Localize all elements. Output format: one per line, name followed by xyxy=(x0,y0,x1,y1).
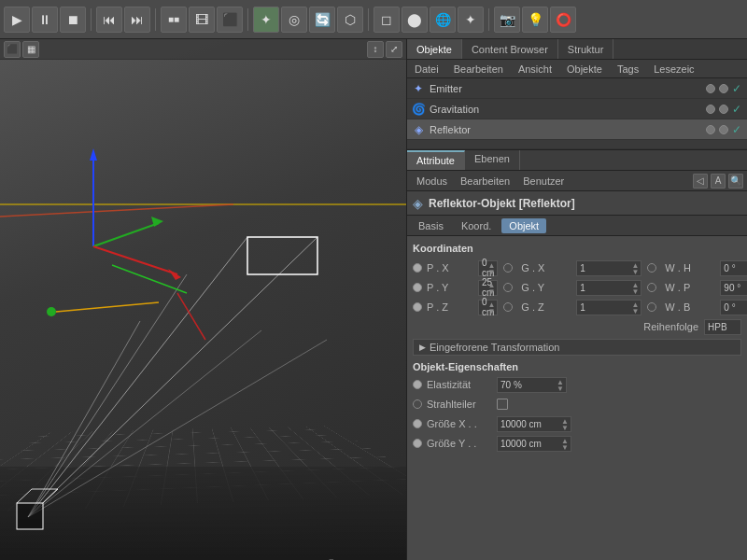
frozen-btn[interactable]: ▶ Eingefrorene Transformation xyxy=(413,339,741,356)
strahteiler-label: Strahlteiler xyxy=(427,399,497,410)
vp-icon-2[interactable]: ▦ xyxy=(22,41,39,58)
gravitation-dot2[interactable] xyxy=(719,105,728,114)
wh-input[interactable]: 0 ° ▲▼ xyxy=(720,260,747,276)
toolbar-icon-18[interactable]: 💡 xyxy=(522,7,548,33)
toolbar-icon-2[interactable]: ⏸ xyxy=(32,7,58,33)
toolbar-icon-16[interactable]: ✦ xyxy=(458,7,484,33)
attr-icon-left[interactable]: ◁ xyxy=(693,174,708,189)
px-radio[interactable] xyxy=(413,263,422,273)
elastizitat-radio[interactable] xyxy=(413,380,422,389)
tab-content-browser[interactable]: Content Browser xyxy=(462,39,558,59)
px-input[interactable]: 0 cm ▲▼ xyxy=(478,260,498,276)
grosse-y-radio[interactable] xyxy=(413,439,422,448)
attr-bearbeiten-btn[interactable]: Bearbeiten xyxy=(455,175,515,188)
attr-icon-group: ◁ A 🔍 xyxy=(693,174,743,189)
wp-input[interactable]: 90 ° ▲▼ xyxy=(720,280,747,296)
attr-benutzer-btn[interactable]: Benutzer xyxy=(517,175,570,188)
px-group: G . X 1 ▲▼ xyxy=(503,260,641,276)
emitter-dot1[interactable] xyxy=(706,84,715,93)
wb-input[interactable]: 0 ° ▲▼ xyxy=(720,300,747,315)
attr-icon-search[interactable]: 🔍 xyxy=(728,174,743,189)
menu-ansicht[interactable]: Ansicht xyxy=(511,62,559,77)
toolbar-sep-3 xyxy=(247,8,248,31)
wb-radio[interactable] xyxy=(647,302,656,312)
toolbar-icon-9[interactable]: ✦ xyxy=(253,7,279,33)
emitter-dot2[interactable] xyxy=(719,84,728,93)
reflektor-dot1[interactable] xyxy=(706,125,715,134)
strahteiler-checkbox[interactable] xyxy=(497,399,508,410)
toolbar-icon-12[interactable]: ⬡ xyxy=(337,7,363,33)
gy-radio[interactable] xyxy=(503,283,513,292)
pz-input[interactable]: 0 cm ▲▼ xyxy=(478,300,498,315)
py-label: P . Y xyxy=(427,282,478,293)
gx-value: 1 xyxy=(580,263,585,273)
toolbar-icon-8[interactable]: ⬛ xyxy=(217,7,243,33)
svg-marker-3 xyxy=(90,148,97,161)
gravitation-dot1[interactable] xyxy=(706,105,715,114)
gx-input[interactable]: 1 ▲▼ xyxy=(576,260,641,276)
gy-label: G . Y xyxy=(521,282,572,293)
tab-objekte[interactable]: Objekte xyxy=(407,39,462,59)
subtab-koord[interactable]: Koord. xyxy=(454,218,499,233)
svg-point-18 xyxy=(47,307,56,316)
toolbar-icon-1[interactable]: ▶ xyxy=(4,7,30,33)
toolbar-icon-17[interactable]: 📷 xyxy=(494,7,520,33)
toolbar-icon-10[interactable]: ◎ xyxy=(281,7,307,33)
reihenfolge-val[interactable]: HPB xyxy=(704,319,741,335)
py-radio[interactable] xyxy=(413,283,422,292)
gy-value: 1 xyxy=(580,283,585,293)
attr-icon-a[interactable]: A xyxy=(711,174,726,189)
subtab-objekt[interactable]: Objekt xyxy=(501,218,546,233)
emitter-name: Emitter xyxy=(430,83,704,94)
wp-radio[interactable] xyxy=(647,283,656,292)
toolbar-icon-6[interactable]: ■■ xyxy=(161,7,187,33)
toolbar-icon-3[interactable]: ⏹ xyxy=(60,7,86,33)
py-group: G . Y 1 ▲▼ xyxy=(503,280,641,296)
vp-icon-arrows[interactable]: ↕ xyxy=(367,41,384,58)
toolbar-icon-13[interactable]: ◻ xyxy=(374,7,400,33)
grosse-x-label: Größe X . . xyxy=(427,418,497,429)
tab-ebenen[interactable]: Ebenen xyxy=(465,150,520,170)
menu-bearbeiten[interactable]: Bearbeiten xyxy=(446,62,511,77)
toolbar-icon-11[interactable]: 🔄 xyxy=(309,7,335,33)
koordinaten-header: Koordinaten xyxy=(407,240,747,257)
obj-row-emitter[interactable]: ✦ Emitter ✓ xyxy=(407,78,747,99)
attr-modus-btn[interactable]: Modus xyxy=(411,175,453,188)
grosse-y-input[interactable]: 10000 cm ▲▼ xyxy=(497,436,571,452)
gz-label: G . Z xyxy=(521,301,572,313)
panel-menu: Datei Bearbeiten Ansicht Objekte Tags Le… xyxy=(407,60,747,78)
toolbar-icon-5[interactable]: ⏭ xyxy=(124,7,150,33)
grosse-x-input[interactable]: 10000 cm ▲▼ xyxy=(497,416,571,432)
py-input[interactable]: 25 cm ▲▼ xyxy=(478,280,498,296)
menu-datei[interactable]: Datei xyxy=(407,62,446,77)
pz-radio[interactable] xyxy=(413,302,422,312)
prop-row-pz: P . Z 0 cm ▲▼ G . Z 1 ▲▼ W . B xyxy=(407,298,747,316)
toolbar-sep-1 xyxy=(91,8,92,31)
strahteiler-radio[interactable] xyxy=(413,399,422,409)
toolbar-icon-19[interactable]: ⭕ xyxy=(550,7,576,33)
toolbar-icon-4[interactable]: ⏮ xyxy=(96,7,122,33)
wh-radio[interactable] xyxy=(647,263,656,273)
gz-radio[interactable] xyxy=(503,302,513,312)
toolbar-icon-14[interactable]: ⬤ xyxy=(402,7,428,33)
gx-radio[interactable] xyxy=(503,263,513,273)
grosse-x-radio[interactable] xyxy=(413,419,422,428)
gz-input[interactable]: 1 ▲▼ xyxy=(576,300,641,315)
menu-tags[interactable]: Tags xyxy=(610,62,646,77)
viewport[interactable]: ⬛ ▦ ↕ ⤢ xyxy=(0,39,406,560)
menu-objekte[interactable]: Objekte xyxy=(559,62,610,77)
tab-attribute[interactable]: Attribute xyxy=(407,150,465,170)
obj-row-reflektor[interactable]: ◈ Reflektor ✓ xyxy=(407,119,747,140)
emitter-icon: ✦ xyxy=(411,81,426,96)
vp-icon-1[interactable]: ⬛ xyxy=(4,41,21,58)
toolbar-icon-7[interactable]: 🎞 xyxy=(189,7,215,33)
vp-icon-expand[interactable]: ⤢ xyxy=(386,41,402,58)
elastizitat-input[interactable]: 70 % ▲▼ xyxy=(497,377,567,393)
reflektor-dot2[interactable] xyxy=(719,125,728,134)
tab-struktur[interactable]: Struktur xyxy=(558,39,614,59)
subtab-basis[interactable]: Basis xyxy=(411,218,451,233)
obj-row-gravitation[interactable]: 🌀 Gravitation ✓ xyxy=(407,99,747,119)
gy-input[interactable]: 1 ▲▼ xyxy=(576,280,641,296)
menu-lesezeic[interactable]: Lesezeic xyxy=(646,62,701,77)
toolbar-icon-15[interactable]: 🌐 xyxy=(430,7,456,33)
